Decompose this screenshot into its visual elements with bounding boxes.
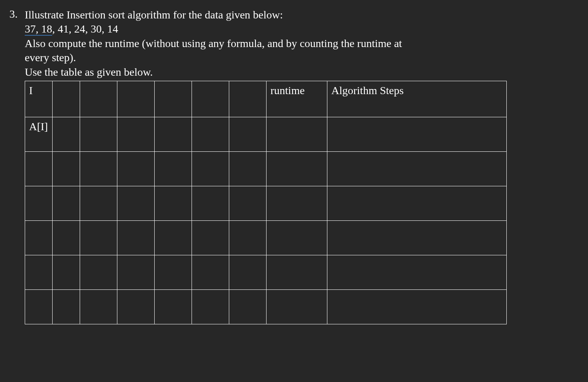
table-cell — [117, 289, 155, 324]
table-cell — [327, 220, 507, 255]
table-cell — [192, 186, 229, 220]
table-cell — [25, 220, 53, 255]
header-cell-runtime: runtime — [267, 81, 327, 117]
table-cell — [327, 255, 507, 289]
table-row: A[I] — [25, 117, 507, 151]
table-cell — [229, 220, 267, 255]
table-cell — [192, 117, 229, 151]
table-cell — [53, 220, 80, 255]
question-number: 3. — [3, 8, 25, 324]
table-row — [25, 151, 507, 186]
algorithm-table: I runtime Algorithm Steps A[I] — [25, 81, 507, 324]
table-cell — [53, 186, 80, 220]
table-cell — [155, 255, 192, 289]
header-cell — [229, 81, 267, 117]
table-cell — [192, 151, 229, 186]
table-cell — [80, 117, 117, 151]
table-cell — [327, 117, 507, 151]
question-data-line: 37, 18, 41, 24, 30, 14 — [25, 22, 572, 36]
table-cell — [117, 117, 155, 151]
table-cell — [192, 289, 229, 324]
table-cell — [80, 151, 117, 186]
table-cell — [229, 117, 267, 151]
table-row — [25, 220, 507, 255]
table-cell — [327, 289, 507, 324]
table-cell — [117, 151, 155, 186]
table-cell — [267, 255, 327, 289]
table-cell — [25, 186, 53, 220]
table-cell — [327, 186, 507, 220]
table-cell — [117, 186, 155, 220]
table-cell — [25, 255, 53, 289]
table-cell — [117, 220, 155, 255]
table-cell — [267, 151, 327, 186]
header-cell — [192, 81, 229, 117]
table-cell — [80, 220, 117, 255]
question-content: Illustrate Insertion sort algorithm for … — [25, 8, 588, 324]
table-row — [25, 255, 507, 289]
header-cell — [117, 81, 155, 117]
table-cell — [25, 151, 53, 186]
table-row — [25, 289, 507, 324]
question-line-4: every step). — [25, 51, 572, 65]
table-cell — [155, 117, 192, 151]
table-cell — [267, 186, 327, 220]
data-underlined: 37, 18 — [25, 23, 52, 36]
table-cell — [53, 255, 80, 289]
table-cell — [229, 151, 267, 186]
table-row: I runtime Algorithm Steps — [25, 81, 507, 117]
table-cell — [267, 289, 327, 324]
header-cell — [155, 81, 192, 117]
table-container: I runtime Algorithm Steps A[I] — [25, 81, 572, 324]
table-cell — [53, 151, 80, 186]
table-cell — [155, 289, 192, 324]
table-cell — [267, 117, 327, 151]
header-cell — [80, 81, 117, 117]
header-cell-i: I — [25, 81, 53, 117]
cell-ai: A[I] — [25, 117, 53, 151]
question-container: 3. Illustrate Insertion sort algorithm f… — [0, 8, 588, 324]
table-cell — [229, 255, 267, 289]
table-cell — [53, 117, 80, 151]
table-cell — [229, 289, 267, 324]
table-cell — [53, 289, 80, 324]
question-line-5: Use the table as given below. — [25, 65, 572, 79]
table-cell — [80, 289, 117, 324]
question-line-3: Also compute the runtime (without using … — [25, 36, 572, 51]
question-line-1: Illustrate Insertion sort algorithm for … — [25, 8, 572, 22]
table-cell — [267, 220, 327, 255]
table-cell — [192, 220, 229, 255]
table-cell — [327, 151, 507, 186]
table-cell — [155, 151, 192, 186]
table-cell — [117, 255, 155, 289]
table-cell — [229, 186, 267, 220]
table-row — [25, 186, 507, 220]
data-rest: , 41, 24, 30, 14 — [52, 23, 118, 35]
table-cell — [192, 255, 229, 289]
header-cell-algorithm: Algorithm Steps — [327, 81, 507, 117]
number-label: 3. — [9, 8, 18, 20]
table-cell — [25, 289, 53, 324]
table-cell — [155, 186, 192, 220]
header-cell — [53, 81, 80, 117]
table-cell — [80, 255, 117, 289]
table-cell — [80, 186, 117, 220]
table-cell — [155, 220, 192, 255]
